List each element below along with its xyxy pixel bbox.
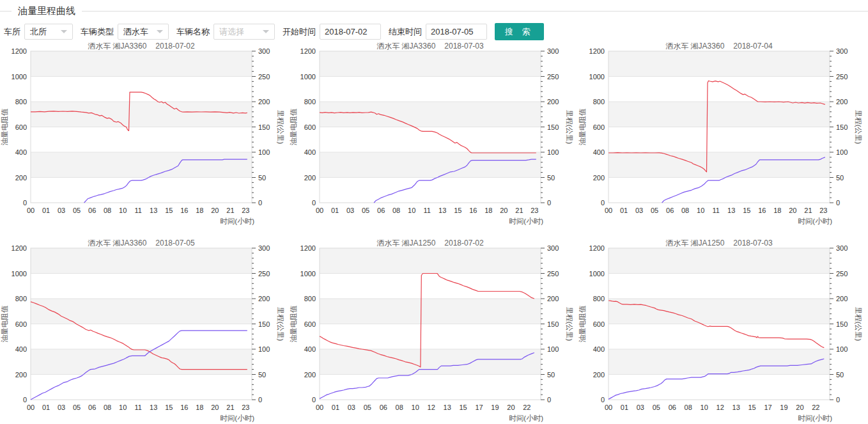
start-time-input[interactable] xyxy=(320,24,381,40)
split-area-band xyxy=(320,248,541,274)
left-axis-tick-label: 1200 xyxy=(12,244,27,252)
left-axis-tick-label: 200 xyxy=(593,174,605,182)
left-axis-name: 油量电阻值 xyxy=(290,305,297,342)
left-axis-tick-label: 800 xyxy=(15,98,27,106)
x-axis-tick-label: 00 xyxy=(605,207,612,214)
x-axis-tick-label: 05 xyxy=(364,404,371,411)
chart-title: 洒水车 湘JA33602018-07-03 xyxy=(376,43,484,51)
split-area-band xyxy=(320,51,541,77)
left-axis-tick-label: 0 xyxy=(601,199,605,207)
split-area-band xyxy=(31,51,252,77)
right-axis-tick-label: 100 xyxy=(258,148,270,156)
x-axis-tick-label: 10 xyxy=(408,207,415,214)
fuel-mileage-chart: 0200400600800100012000501001502002503000… xyxy=(289,43,578,230)
x-axis-tick-label: 20 xyxy=(211,207,219,214)
x-axis-tick-label: 05 xyxy=(362,207,369,214)
divider-line-right xyxy=(82,11,868,12)
x-axis-tick-label: 08 xyxy=(396,404,403,411)
depot-select[interactable]: 北所 xyxy=(24,24,73,40)
split-area-band xyxy=(31,152,252,178)
vehicle-name-select-placeholder: 请选择 xyxy=(219,26,244,38)
section-header: 油量里程曲线 xyxy=(0,3,868,19)
left-axis-tick-label: 400 xyxy=(304,148,316,156)
divider-line-left xyxy=(0,11,12,12)
x-axis-tick-label: 10 xyxy=(697,207,704,214)
fuel-mileage-chart: 0200400600800100012000501001502002503000… xyxy=(289,240,578,424)
x-axis-tick-label: 21 xyxy=(226,404,234,411)
left-axis-name: 油量电阻值 xyxy=(290,108,297,145)
right-axis-tick-label: 100 xyxy=(836,345,848,353)
split-area-band xyxy=(608,248,830,274)
split-area-band xyxy=(320,349,541,375)
left-axis-tick-label: 400 xyxy=(593,345,605,353)
x-axis-tick-label: 16 xyxy=(758,207,766,214)
x-axis-tick-label: 21 xyxy=(515,207,523,214)
right-axis-tick-label: 300 xyxy=(836,244,848,252)
left-axis-tick-label: 400 xyxy=(15,345,27,353)
right-axis-tick-label: 150 xyxy=(547,320,559,328)
left-axis-tick-label: 600 xyxy=(304,320,316,328)
chart-cell-3: 0200400600800100012000501001502002503000… xyxy=(578,43,867,230)
x-axis-tick-label: 00 xyxy=(316,404,323,411)
x-axis-tick-label: 23 xyxy=(242,207,249,214)
right-axis-tick-label: 50 xyxy=(258,371,266,379)
right-axis-tick-label: 200 xyxy=(836,295,848,302)
x-axis-tick-label: 13 xyxy=(727,207,735,214)
x-axis-tick-label: 15 xyxy=(454,207,461,214)
left-axis-tick-label: 800 xyxy=(304,295,316,302)
chevron-down-icon xyxy=(157,30,163,33)
x-axis-tick-label: 16 xyxy=(469,207,477,214)
x-axis-tick-label: 18 xyxy=(484,207,492,214)
x-axis-tick-label: 03 xyxy=(58,207,65,214)
vehicle-name-label: 车辆名称 xyxy=(176,26,210,38)
x-axis-tick-label: 22 xyxy=(812,404,819,411)
split-area-band xyxy=(31,248,252,274)
x-axis-tick-label: 05 xyxy=(73,207,81,214)
chart-title: 洒水车 湘JA12502018-07-03 xyxy=(665,240,773,247)
x-axis-tick-label: 18 xyxy=(773,207,781,214)
right-axis-tick-label: 200 xyxy=(547,295,559,302)
start-time-label: 开始时间 xyxy=(283,26,316,38)
left-axis-tick-label: 800 xyxy=(15,295,27,302)
x-axis-tick-label: 18 xyxy=(196,207,203,214)
x-axis-tick-label: 08 xyxy=(104,404,111,411)
x-axis-tick-label: 11 xyxy=(424,207,431,214)
left-axis-tick-label: 1000 xyxy=(300,270,316,278)
x-axis-tick-label: 21 xyxy=(804,207,812,214)
x-axis-name: 时间(小时) xyxy=(220,414,254,422)
x-axis-tick-label: 20 xyxy=(500,207,508,214)
right-axis-tick-label: 50 xyxy=(836,174,844,182)
right-axis-tick-label: 250 xyxy=(547,73,559,81)
chart-title: 洒水车 湘JA33602018-07-04 xyxy=(665,43,773,51)
left-axis-tick-label: 600 xyxy=(15,320,27,328)
vehicle-type-select[interactable]: 洒水车 xyxy=(118,24,169,40)
x-axis-tick-label: 03 xyxy=(637,404,644,411)
search-button[interactable]: 搜 索 xyxy=(495,23,544,40)
split-area-band xyxy=(608,152,830,178)
x-axis-tick-label: 00 xyxy=(605,404,612,411)
right-axis-name: 里程(公里) xyxy=(566,307,573,342)
split-area-band xyxy=(320,299,541,324)
right-axis-tick-label: 50 xyxy=(836,371,844,379)
right-axis-name: 里程(公里) xyxy=(855,110,862,145)
fuel-mileage-chart: 0200400600800100012000501001502002503000… xyxy=(578,240,867,424)
left-axis-tick-label: 200 xyxy=(15,174,27,182)
left-axis-tick-label: 600 xyxy=(304,123,316,131)
depot-label: 车所 xyxy=(4,26,20,38)
x-axis-tick-label: 15 xyxy=(165,404,173,411)
x-axis-tick-label: 11 xyxy=(135,207,142,214)
right-axis-tick-label: 150 xyxy=(836,320,848,328)
left-axis-tick-label: 1200 xyxy=(589,244,605,252)
right-axis-tick-label: 0 xyxy=(547,199,551,207)
left-axis-name: 油量电阻值 xyxy=(1,108,8,145)
vehicle-type-select-value: 洒水车 xyxy=(123,26,148,38)
left-axis-tick-label: 600 xyxy=(593,123,605,131)
x-axis-tick-label: 13 xyxy=(732,404,740,411)
chevron-down-icon xyxy=(61,30,67,33)
left-axis-name: 油量电阻值 xyxy=(578,305,586,342)
x-axis-tick-label: 00 xyxy=(27,207,35,214)
left-axis-tick-label: 0 xyxy=(23,199,27,207)
x-axis-tick-label: 08 xyxy=(681,207,689,214)
end-time-input[interactable] xyxy=(426,24,487,40)
vehicle-name-select[interactable]: 请选择 xyxy=(213,24,275,40)
